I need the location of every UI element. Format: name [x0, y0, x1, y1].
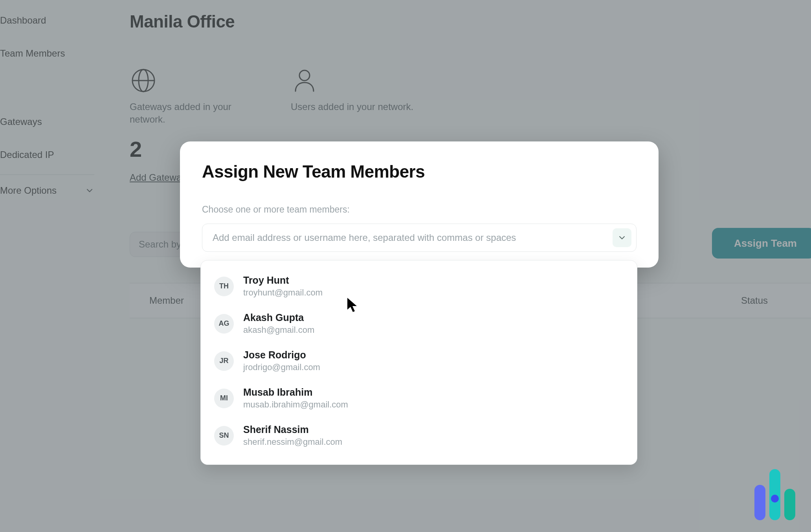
avatar: MI: [214, 389, 234, 408]
member-option[interactable]: TH Troy Hunt troyhunt@gmail.com: [201, 268, 637, 305]
modal-title: Assign New Team Members: [202, 162, 637, 182]
brand-bar: [784, 489, 795, 520]
chevron-down-icon: [618, 234, 626, 241]
avatar: SN: [214, 426, 234, 446]
member-option[interactable]: MI Musab Ibrahim musab.ibrahim@gmail.com: [201, 380, 637, 417]
member-name: Jose Rodrigo: [243, 349, 320, 361]
member-option[interactable]: JR Jose Rodrigo jrodrigo@gmail.com: [201, 342, 637, 380]
member-name: Musab Ibrahim: [243, 387, 348, 398]
brand-bar: [754, 485, 765, 520]
brand-logo: [754, 469, 795, 520]
member-input[interactable]: [213, 232, 608, 243]
member-email: jrodrigo@gmail.com: [243, 362, 320, 372]
member-option[interactable]: SN Sherif Nassim sherif.nessim@gmail.com: [201, 417, 637, 454]
member-name: Sherif Nassim: [243, 424, 342, 435]
member-email: sherif.nessim@gmail.com: [243, 437, 342, 447]
member-email: musab.ibrahim@gmail.com: [243, 400, 348, 410]
member-combobox[interactable]: [202, 224, 637, 252]
avatar: AG: [214, 314, 234, 334]
member-name: Troy Hunt: [243, 275, 323, 286]
member-option[interactable]: AG Akash Gupta akash@gmail.com: [201, 305, 637, 342]
avatar: JR: [214, 351, 234, 371]
combobox-toggle[interactable]: [613, 228, 631, 247]
assign-members-modal: Assign New Team Members Choose one or mo…: [180, 141, 659, 268]
member-dropdown: TH Troy Hunt troyhunt@gmail.com AG Akash…: [200, 260, 637, 465]
member-email: akash@gmail.com: [243, 325, 314, 335]
member-email: troyhunt@gmail.com: [243, 288, 323, 298]
modal-subtitle: Choose one or more team members:: [202, 204, 637, 215]
avatar: TH: [214, 277, 234, 296]
member-name: Akash Gupta: [243, 312, 314, 323]
brand-bar: [769, 469, 780, 520]
